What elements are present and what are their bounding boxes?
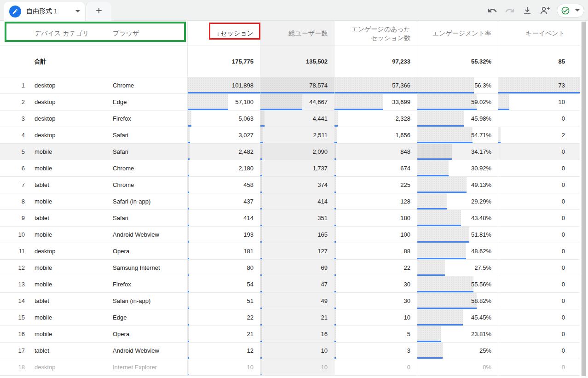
total-users-header[interactable]: 総ユーザー数 [260, 21, 334, 46]
table-row[interactable]: 4desktopSafari3,0272,5111,65654.71%2 [0, 127, 580, 144]
sessions-cell: 57,100 [187, 94, 260, 110]
browser-cell: Android Webview [106, 227, 187, 243]
table-row[interactable]: 10mobileAndroid Webview19316510051.81%0 [0, 227, 580, 243]
users-cell: 127 [260, 243, 334, 259]
users-value: 4,441 [312, 115, 328, 122]
engagement-rate-header[interactable]: エンゲージメント率 [417, 21, 498, 46]
add-tab-button[interactable] [86, 2, 111, 21]
table-row[interactable]: 9tabletSafari41435118043.48%0 [0, 210, 580, 227]
table-row[interactable]: 12mobileSamsung Internet80692227.5%0 [0, 260, 580, 276]
engaged-value: 180 [400, 215, 410, 221]
users-value: 49 [321, 297, 328, 304]
table-row[interactable]: 15mobileEdge22211045.45%0 [0, 309, 580, 326]
sessions-cell: 51 [187, 293, 260, 309]
users-cell: 414 [260, 193, 334, 209]
table-row[interactable]: 11desktopOpera1811278848.62%0 [0, 243, 580, 260]
engaged-value: 10 [404, 314, 410, 321]
device-category-cell: tablet [28, 343, 106, 359]
value-bar [188, 127, 190, 143]
row-rank: 7 [0, 177, 28, 193]
undo-button[interactable] [487, 5, 498, 16]
sessions-cell: 5,063 [187, 110, 260, 127]
rate-cell: 23.81% [417, 326, 498, 342]
table-row[interactable]: 2desktopEdge57,10044,66733,69959.02%10 [0, 94, 580, 110]
sessions-value: 22 [247, 314, 254, 321]
chevron-down-icon[interactable] [75, 10, 80, 12]
total-engagement-rate: 55.32% [417, 46, 498, 77]
device-category-cell: desktop [28, 243, 106, 259]
key-events-cell: 0 [498, 210, 580, 226]
key-events-cell: 0 [498, 309, 580, 326]
table-header-row: デバイス カテゴリ ブラウザ ↓ セッション 総ユーザー数 エンゲージのあったセ… [0, 21, 580, 46]
pencil-icon [9, 6, 21, 17]
key-events-cell: 0 [498, 260, 580, 276]
table-body: 1desktopChrome101,89878,57457,36656.3%73… [0, 77, 580, 376]
row-rank: 12 [0, 260, 28, 276]
sessions-value: 80 [247, 264, 254, 271]
row-rank: 4 [0, 127, 28, 143]
rate-cell: 54.71% [417, 127, 498, 143]
sessions-value: 51 [247, 297, 254, 304]
engaged-value: 3 [407, 347, 410, 354]
table-row[interactable]: 7tabletChrome45837422549.13%0 [0, 177, 580, 193]
rank-cell [0, 46, 28, 77]
value-bar [417, 77, 474, 93]
value-bar [188, 326, 189, 342]
table-row[interactable]: 18desktopInternet Explorer101000%0 [0, 359, 580, 376]
row-rank: 17 [0, 343, 28, 359]
device-category-header[interactable]: デバイス カテゴリ [28, 21, 106, 46]
device-category-cell: mobile [28, 309, 106, 326]
users-value: 21 [321, 314, 328, 321]
engaged-sessions-header[interactable]: エンゲージのあったセッション数 [334, 21, 417, 46]
users-value: 16 [321, 331, 328, 337]
rate-cell: 30.92% [417, 160, 498, 176]
rate-cell: 0% [417, 359, 498, 375]
engaged-cell: 674 [334, 160, 417, 176]
users-cell: 21 [260, 309, 334, 326]
key-events-header[interactable]: キーイベント [498, 21, 580, 46]
rate-value: 45.45% [471, 314, 491, 321]
value-bar [417, 260, 445, 276]
rate-value: 43.48% [471, 215, 491, 221]
table-row[interactable]: 8mobileSafari (in-app)43741412829.29%0 [0, 193, 580, 210]
row-rank: 2 [0, 94, 28, 110]
table-row[interactable]: 6mobileChrome2,1801,73767430.92%0 [0, 160, 580, 177]
browser-header[interactable]: ブラウザ [106, 21, 187, 46]
sessions-cell: 437 [187, 193, 260, 209]
person-add-button[interactable] [539, 5, 550, 16]
status-button[interactable] [557, 4, 584, 17]
sessions-value: 3,027 [238, 132, 254, 139]
engaged-cell: 57,366 [334, 77, 417, 93]
sessions-header[interactable]: ↓ セッション [187, 21, 260, 46]
sessions-cell: 21 [187, 326, 260, 342]
engaged-cell: 3 [334, 343, 417, 359]
value-bar [188, 177, 189, 193]
key-events-cell: 0 [498, 110, 580, 127]
engaged-value: 57,366 [392, 82, 410, 89]
redo-button[interactable] [504, 5, 515, 16]
value-bar [417, 227, 469, 243]
key-events-cell: 0 [498, 326, 580, 342]
download-button[interactable] [522, 5, 533, 16]
key-events-value: 0 [562, 314, 565, 321]
value-bar [188, 144, 190, 160]
table-row[interactable]: 13mobileFirefox54473055.56%0 [0, 276, 580, 293]
table-row[interactable]: 3desktopFirefox5,0634,4412,32845.98%0 [0, 110, 580, 127]
table-row[interactable]: 17tabletAndroid Webview1210325%0 [0, 343, 580, 359]
value-bar [334, 293, 336, 309]
sessions-cell: 10 [187, 359, 260, 375]
sessions-cell: 80 [187, 260, 260, 276]
table-row[interactable]: 5mobileSafari2,4822,09084834.17%0 [0, 144, 580, 160]
browser-cell: Samsung Internet [106, 260, 187, 276]
scrollbar-thumb[interactable] [582, 22, 586, 376]
users-cell: 47 [260, 276, 334, 292]
sessions-cell: 458 [187, 177, 260, 193]
vertical-scrollbar[interactable] [581, 21, 587, 378]
report-tab[interactable]: 自由形式 1 [4, 2, 85, 21]
value-bar [260, 210, 262, 226]
table-row[interactable]: 14tabletSafari (in-app)51493058.82%0 [0, 293, 580, 309]
engaged-value: 88 [404, 248, 410, 255]
plus-icon [94, 6, 104, 17]
table-row[interactable]: 16mobileOpera2116523.81%0 [0, 326, 580, 343]
table-row[interactable]: 1desktopChrome101,89878,57457,36656.3%73 [0, 77, 580, 94]
